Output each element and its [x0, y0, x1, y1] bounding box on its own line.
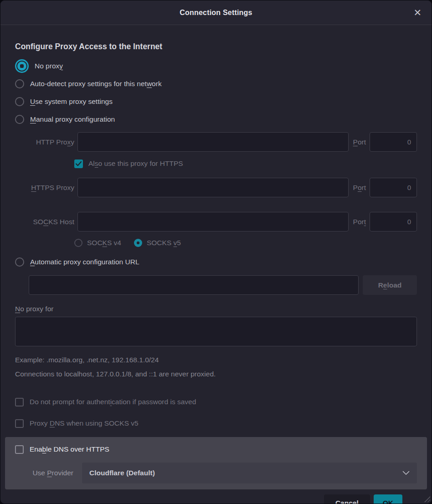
http-proxy-row: HTTP Proxy Port: [15, 132, 417, 152]
socks-host-label: SOCKS Host: [15, 218, 74, 226]
page-title: Configure Proxy Access to the Internet: [15, 42, 417, 51]
provider-select-value: Cloudflare (Default): [89, 469, 402, 477]
radio-row-manual-proxy[interactable]: Manual proxy configuration: [15, 110, 417, 128]
auto-detect-radio[interactable]: [15, 79, 24, 88]
also-https-label: Also use this proxy for HTTPS: [88, 159, 183, 168]
socks-v4-label: SOCKS v4: [87, 239, 121, 247]
auto-url-radio[interactable]: [15, 257, 24, 267]
enable-doh-row[interactable]: Enable DNS over HTTPS: [15, 442, 417, 457]
auto-url-label: Automatic proxy configuration URL: [30, 258, 139, 266]
no-prompt-auth-row[interactable]: Do not prompt for authentication if pass…: [15, 395, 417, 409]
dialog-title: Connection Settings: [180, 9, 252, 17]
https-proxy-label: HTTPS Proxy: [15, 184, 74, 192]
http-proxy-label: HTTP Proxy: [15, 138, 74, 146]
no-proxy-label: No proxy: [35, 62, 63, 70]
checkmark-icon: [76, 161, 82, 166]
proxy-dns-label: Proxy DNS when using SOCKS v5: [30, 419, 139, 427]
socks-port-label: Port: [353, 218, 366, 226]
enable-doh-label: Enable DNS over HTTPS: [30, 445, 109, 453]
socks-port-input[interactable]: [370, 212, 417, 231]
auto-detect-label: Auto-detect proxy settings for this netw…: [30, 80, 162, 88]
socks-v5-radio[interactable]: [134, 239, 142, 247]
https-proxy-row: HTTPS Proxy Port: [15, 178, 417, 197]
http-port-input[interactable]: [370, 132, 417, 152]
use-provider-label: Use Provider: [15, 469, 73, 477]
socks-host-input[interactable]: [77, 212, 349, 231]
titlebar: Connection Settings ✕: [0, 0, 432, 25]
https-proxy-input[interactable]: [77, 178, 349, 197]
system-proxy-label: Use system proxy settings: [30, 98, 113, 106]
auto-url-input-row: Reload: [29, 275, 417, 295]
auto-url-input[interactable]: [29, 275, 359, 295]
dns-over-https-section: Enable DNS over HTTPS Use Provider Cloud…: [5, 437, 427, 489]
socks-v5-label: SOCKS v5: [147, 239, 181, 247]
no-proxy-example-text: Example: .mozilla.org, .net.nz, 192.168.…: [15, 356, 417, 364]
no-prompt-auth-checkbox[interactable]: [15, 398, 24, 406]
no-proxy-radio[interactable]: [17, 62, 26, 71]
provider-select[interactable]: Cloudflare (Default): [82, 463, 417, 483]
no-proxy-for-label: No proxy for: [15, 305, 417, 313]
chevron-down-icon: [402, 469, 410, 477]
socks-version-row: SOCKS v4 SOCKS v5: [74, 236, 417, 250]
http-proxy-input[interactable]: [77, 132, 349, 152]
provider-row: Use Provider Cloudflare (Default): [15, 463, 417, 483]
manual-proxy-label: Manual proxy configuration: [30, 115, 115, 123]
http-port-label: Port: [353, 138, 366, 146]
https-port-label: Port: [353, 184, 366, 192]
radio-row-auto-url[interactable]: Automatic proxy configuration URL: [15, 253, 417, 271]
ok-button[interactable]: OK: [374, 494, 402, 504]
https-port-input[interactable]: [370, 178, 417, 197]
also-https-checkbox[interactable]: [74, 159, 83, 168]
radio-row-auto-detect[interactable]: Auto-detect proxy settings for this netw…: [15, 75, 417, 93]
dialog-content: Configure Proxy Access to the Internet N…: [0, 42, 432, 504]
footer: Cancel OK: [15, 489, 417, 504]
enable-doh-checkbox[interactable]: [15, 445, 24, 454]
no-prompt-auth-label: Do not prompt for authentication if pass…: [30, 398, 196, 406]
cancel-button[interactable]: Cancel: [324, 494, 370, 504]
proxy-dns-row[interactable]: Proxy DNS when using SOCKS v5: [15, 416, 417, 431]
no-proxy-for-textarea[interactable]: [15, 317, 417, 346]
localhost-note-text: Connections to localhost, 127.0.0.1/8, a…: [15, 370, 417, 378]
proxy-dns-checkbox[interactable]: [15, 419, 24, 428]
radio-row-no-proxy[interactable]: No proxy: [15, 57, 417, 75]
manual-proxy-radio[interactable]: [15, 115, 24, 124]
connection-settings-dialog: Connection Settings ✕ Configure Proxy Ac…: [0, 0, 432, 504]
close-icon[interactable]: ✕: [411, 0, 423, 25]
socks-host-row: SOCKS Host Port: [15, 212, 417, 231]
reload-button[interactable]: Reload: [363, 275, 417, 295]
system-proxy-radio[interactable]: [15, 97, 24, 106]
also-https-row[interactable]: Also use this proxy for HTTPS: [74, 156, 417, 171]
radio-row-system-proxy[interactable]: Use system proxy settings: [15, 93, 417, 110]
socks-v4-radio[interactable]: [74, 239, 82, 247]
